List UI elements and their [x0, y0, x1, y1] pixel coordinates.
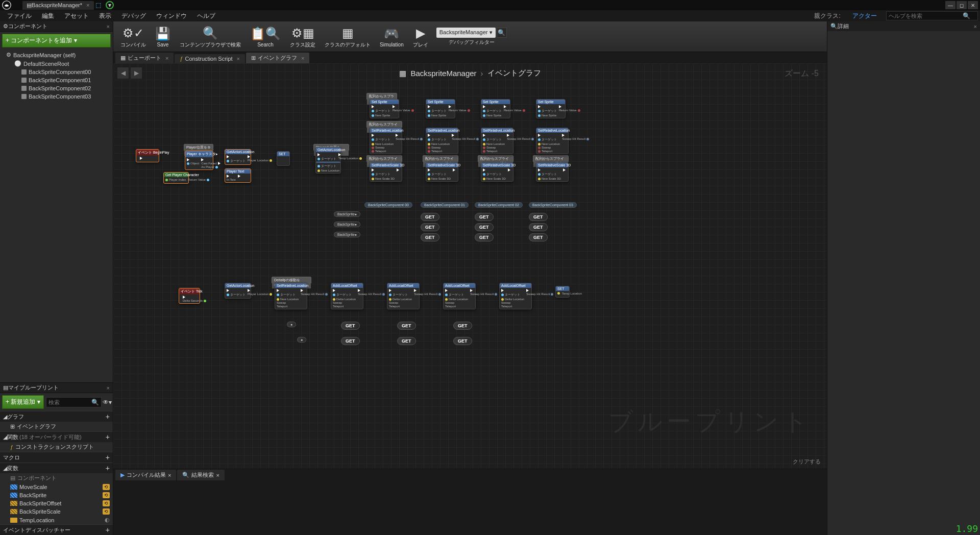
- add-local-offset-node[interactable]: AddLocalOffsetターゲットDelta LocationSweepTe…: [443, 283, 476, 309]
- set-relative-scale-node[interactable]: SetRelativeScale 3DターゲットNew Scale 3D: [536, 162, 569, 182]
- component-ref-node[interactable]: BackSpriteComponent 02: [475, 202, 523, 208]
- comment-node[interactable]: 配列からスプライトのScaleを設定: [478, 155, 513, 162]
- menu-view[interactable]: 表示: [94, 11, 116, 21]
- set-relative-scale-node[interactable]: SetRelativeScale 3DターゲットNew Scale 3D: [370, 162, 402, 182]
- get-var-node[interactable]: ●: [297, 337, 306, 343]
- mybp-search-input[interactable]: [48, 399, 91, 405]
- component-child-0[interactable]: BackSpriteComponent00: [1, 68, 112, 76]
- set-relative-location-node[interactable]: SetRelativeLocationターゲットNew LocationSwee…: [481, 128, 513, 154]
- add-graph-icon[interactable]: +: [106, 412, 110, 421]
- set-relative-scale-node[interactable]: SetRelativeScale 3DターゲットNew Scale 3D: [481, 162, 513, 182]
- close-tab-icon[interactable]: ×: [237, 56, 240, 62]
- set-node[interactable]: SETTemp Location: [555, 286, 570, 298]
- help-search-input[interactable]: [889, 13, 958, 19]
- play-button[interactable]: ▶プレイ: [409, 23, 432, 51]
- add-local-offset-node[interactable]: AddLocalOffsetターゲットDelta LocationSweepTe…: [499, 283, 532, 309]
- comment-node[interactable]: Player位置をキャストする: [184, 144, 213, 151]
- cat-functions[interactable]: ◢関数 (18 オーバーライド可能)+: [0, 431, 113, 442]
- comment-node[interactable]: 配列からスプライトの位置を初期化: [366, 121, 402, 128]
- menu-asset[interactable]: アセット: [59, 11, 94, 21]
- close-icon[interactable]: ×: [86, 2, 89, 8]
- get-player-loc-node2[interactable]: GetActorLocation ターゲット Player Location: [225, 283, 251, 299]
- set-relative-location-node[interactable]: SetRelativeLocationターゲットNew LocationSwee…: [370, 128, 402, 154]
- get-node[interactable]: GET: [421, 213, 439, 221]
- tab-event-graph[interactable]: ⊞イベントグラフ×: [246, 53, 309, 63]
- comment-node[interactable]: 配列からスプライトのScaleを設定: [423, 155, 458, 162]
- set-sprite-node[interactable]: Set SpriteターゲットNew SpriteReturn Value: [481, 99, 510, 118]
- cat-macros[interactable]: マクロ+: [0, 452, 113, 463]
- get-var-node[interactable]: ●: [287, 322, 296, 327]
- marketplace-icon[interactable]: ⬚: [94, 1, 103, 10]
- get-var-node[interactable]: BackSprite●: [334, 222, 360, 227]
- tab-viewport[interactable]: ▦ビューポート×: [115, 53, 174, 63]
- save-button[interactable]: 💾Save: [151, 23, 175, 51]
- breadcrumb-leaf[interactable]: イベントグラフ: [487, 68, 541, 78]
- var-backspritescale[interactable]: BackSpriteScale⟲: [0, 507, 113, 516]
- view-options-icon[interactable]: 👁▾: [103, 399, 112, 406]
- components-panel-header[interactable]: ⚙ コンポーネント ×: [0, 21, 113, 32]
- get-node[interactable]: GET: [453, 337, 472, 345]
- get-node[interactable]: GET: [529, 213, 548, 221]
- get-var-node[interactable]: BackSprite●: [334, 232, 360, 237]
- set-sprite-node[interactable]: Set SpriteターゲットNew SpriteReturn Value: [370, 99, 399, 118]
- set-node[interactable]: SET: [277, 151, 290, 166]
- construction-script-item[interactable]: ƒコンストラクションスクリプト: [0, 442, 113, 452]
- component-ref-node[interactable]: BackSpriteComponent 01: [421, 202, 469, 208]
- get-node[interactable]: GET: [341, 322, 360, 330]
- details-panel-header[interactable]: 🔍 詳細 ×: [827, 21, 980, 31]
- get-node[interactable]: GET: [397, 322, 416, 330]
- menu-window[interactable]: ウィンドウ: [151, 11, 192, 21]
- set-relative-location-node[interactable]: SetRelativeLocationターゲットNew LocationSwee…: [536, 128, 569, 154]
- close-details-icon[interactable]: ×: [974, 23, 977, 30]
- file-tab[interactable]: ▤ BackspriteManager* ×: [22, 1, 94, 10]
- var-templocation[interactable]: TempLocation◐: [0, 516, 113, 524]
- get-node[interactable]: GET: [529, 233, 548, 241]
- menu-file[interactable]: ファイル: [2, 11, 37, 21]
- set-templocation-node[interactable]: ターゲットNew Location: [315, 161, 341, 174]
- get-node[interactable]: GET: [475, 213, 494, 221]
- cat-graphs[interactable]: ◢グラフ+: [0, 411, 113, 422]
- add-local-offset-node[interactable]: AddLocalOffsetターゲットDelta LocationSweepTe…: [331, 283, 363, 309]
- close-button[interactable]: ✕: [968, 1, 978, 9]
- get-player-loc-node[interactable]: GetActorLocation ターゲット Player Location: [225, 149, 251, 165]
- source-control-icon[interactable]: ▾: [105, 1, 114, 10]
- close-tab-icon[interactable]: ×: [168, 472, 171, 478]
- mybp-search[interactable]: 🔍: [46, 397, 102, 407]
- close-tab-icon[interactable]: ×: [216, 472, 219, 478]
- clear-button[interactable]: クリアする: [793, 458, 821, 466]
- add-component-button[interactable]: + コンポーネントを追加 ▾: [2, 34, 111, 47]
- close-mybp-icon[interactable]: ×: [107, 385, 110, 391]
- graph-canvas[interactable]: ◀ ▶ ▦ BackspriteManager › イベントグラフ ズーム -5…: [113, 63, 827, 469]
- comment-node[interactable]: 配列からスプライトのScaleを設定: [366, 155, 402, 162]
- get-player-character-node[interactable]: Get Player Character Player Index Return…: [163, 172, 189, 184]
- mybp-panel-header[interactable]: ▤ マイブループリント ×: [0, 383, 113, 393]
- menu-help[interactable]: ヘルプ: [192, 11, 220, 21]
- close-tab-icon[interactable]: ×: [301, 55, 304, 61]
- search-button[interactable]: 📋🔍Search: [246, 23, 285, 51]
- debug-filter-settings-icon[interactable]: 🔍: [497, 28, 507, 38]
- component-root[interactable]: ⚙BackspriteManager (self): [1, 51, 112, 59]
- get-node[interactable]: GET: [341, 337, 360, 345]
- var-movescale[interactable]: MoveScale⟲: [0, 483, 113, 491]
- set-actor-location-node[interactable]: SetRelativeLocationターゲットNew LocationSwee…: [275, 283, 307, 309]
- add-local-offset-node[interactable]: AddLocalOffsetターゲットDelta LocationSweepTe…: [387, 283, 420, 309]
- simulation-button[interactable]: 🎮Simulation: [376, 23, 408, 51]
- parent-class-link[interactable]: アクター: [847, 11, 882, 20]
- mybp-add-new-button[interactable]: + 新規追加 ▾: [2, 395, 44, 409]
- get-var-node[interactable]: BackSprite●: [334, 211, 360, 217]
- get-node[interactable]: GET: [475, 233, 494, 241]
- component-child-3[interactable]: BackSpriteComponent03: [1, 92, 112, 101]
- var-backspriteoffset[interactable]: BackSpriteOffset⟲: [0, 499, 113, 507]
- tab-construction[interactable]: ƒConstruction Script×: [175, 54, 245, 63]
- get-node[interactable]: GET: [529, 223, 548, 231]
- debug-filter-dropdown[interactable]: BackspriteManager ▾: [436, 28, 496, 38]
- var-backsprite[interactable]: BackSprite⟲: [0, 491, 113, 499]
- add-function-icon[interactable]: +: [106, 433, 110, 441]
- get-node[interactable]: GET: [397, 337, 416, 345]
- close-tab-icon[interactable]: ×: [165, 55, 168, 61]
- set-relative-scale-node[interactable]: SetRelativeScale 3DターゲットNew Scale 3D: [426, 162, 458, 182]
- minimize-button[interactable]: —: [945, 1, 955, 9]
- component-child-1[interactable]: BackSpriteComponent01: [1, 76, 112, 84]
- class-defaults-button[interactable]: ▦クラスのデフォルト: [321, 23, 375, 51]
- component-ref-node[interactable]: BackSpriteComponent 03: [529, 202, 577, 208]
